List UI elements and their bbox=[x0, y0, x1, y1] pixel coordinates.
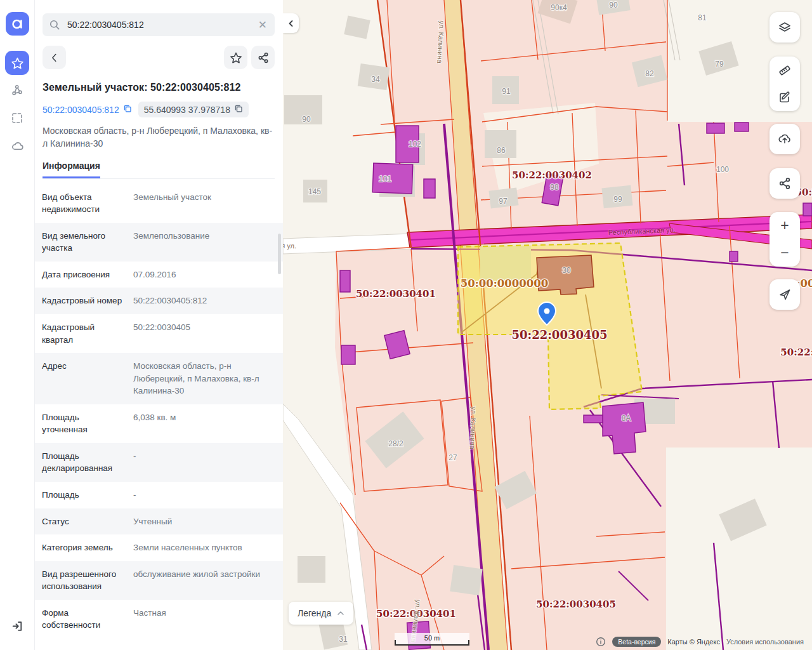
info-row-label: Площадь bbox=[42, 489, 124, 501]
map-label: Республиканская ул. bbox=[283, 241, 296, 250]
info-panel: ✕ Земельный участок: 50:22:00304 bbox=[34, 0, 283, 650]
info-row-label: Категория земель bbox=[42, 541, 124, 554]
copy-icon[interactable] bbox=[234, 104, 243, 115]
legend-button[interactable]: Легенда bbox=[289, 602, 353, 625]
info-icon[interactable] bbox=[596, 637, 606, 647]
info-row-value: - bbox=[133, 489, 275, 501]
map-label: 8А bbox=[622, 414, 631, 423]
share-button[interactable] bbox=[251, 46, 275, 69]
maps-copyright[interactable]: Карты © Яндекс bbox=[667, 638, 720, 646]
map-label: 50:22:0030405 bbox=[511, 328, 607, 342]
coordinates-text: 55.640993 37.978718 bbox=[144, 105, 230, 115]
map-label: 90 bbox=[609, 1, 618, 10]
coordinates-chip[interactable]: 55.640993 37.978718 bbox=[138, 102, 249, 117]
map-label: 90к4 bbox=[551, 3, 567, 12]
info-row-value: Землепользование bbox=[133, 230, 275, 255]
object-address: Московская область, р-н Люберецкий, п Ма… bbox=[43, 124, 275, 150]
share-icon bbox=[257, 51, 270, 64]
search-input[interactable] bbox=[66, 19, 252, 30]
search-icon bbox=[49, 19, 61, 31]
share-map-button[interactable] bbox=[769, 168, 800, 199]
info-table: Вид объекта недвижимостиЗемельный участо… bbox=[34, 184, 283, 639]
favorite-button[interactable] bbox=[224, 46, 247, 69]
sign-out-button[interactable] bbox=[5, 614, 29, 638]
map-label: 97 bbox=[499, 197, 508, 206]
ruler-icon bbox=[777, 63, 792, 78]
info-row-value: 6,038 кв. м bbox=[133, 411, 275, 436]
info-row-value: - bbox=[133, 450, 275, 475]
map-attribution: Beta-версия Карты © Яндекс Условия испол… bbox=[596, 637, 804, 647]
rail-objects-button[interactable] bbox=[5, 78, 29, 102]
scale-label: 50 m bbox=[424, 634, 440, 642]
zoom-controls: + − bbox=[769, 212, 800, 267]
info-row-label: Вид объекта недвижимости bbox=[42, 191, 124, 216]
panel-scrollbar[interactable] bbox=[278, 234, 281, 274]
clear-search-button[interactable]: ✕ bbox=[257, 18, 268, 32]
rail-select-area-button[interactable] bbox=[5, 106, 29, 130]
info-row-label: Кадастровый квартал bbox=[42, 321, 124, 346]
map-label: 86 bbox=[497, 146, 506, 155]
back-button[interactable] bbox=[43, 46, 66, 69]
map-label: 145 bbox=[308, 187, 321, 196]
scale-bar: 50 m bbox=[395, 633, 469, 646]
info-row-value: 50:22:0030405:812 bbox=[133, 295, 275, 307]
app-logo[interactable] bbox=[6, 12, 29, 36]
share-icon bbox=[778, 176, 792, 190]
locate-arrow-icon bbox=[777, 287, 792, 302]
zoom-out-button[interactable]: − bbox=[769, 239, 800, 267]
info-row: Категория земельЗемли населенных пунктов bbox=[34, 534, 283, 561]
draw-button[interactable] bbox=[769, 84, 800, 111]
cadastral-map-app: ✕ Земельный участок: 50:22:00304 bbox=[0, 0, 812, 650]
info-row: Кадастровый номер50:22:0030405:812 bbox=[34, 288, 283, 314]
info-row-value: обслуживание жилой застройки bbox=[133, 568, 275, 593]
info-row-label: Кадастровый номер bbox=[42, 295, 124, 307]
upload-button[interactable] bbox=[769, 124, 800, 154]
favorite-star-icon bbox=[230, 51, 242, 64]
info-row-value: Частная bbox=[133, 607, 275, 632]
page-title: Земельный участок: 50:22:0030405:812 bbox=[43, 82, 275, 93]
map[interactable]: 50:22:003040250:00:000000050:22:00304055… bbox=[283, 0, 812, 650]
panel-actions bbox=[43, 46, 275, 69]
info-row: СтатусУчтенный bbox=[34, 508, 283, 535]
cadastral-number-chip[interactable]: 50:22:0030405:812 bbox=[43, 104, 132, 115]
info-row-label: Вид разрешенного использования bbox=[42, 568, 124, 593]
rail-cloud-button[interactable] bbox=[5, 134, 29, 158]
map-label: 50:00:0000000 bbox=[461, 277, 548, 289]
terms-link[interactable]: Условия использования bbox=[726, 638, 804, 646]
info-row: Площадь- bbox=[34, 482, 283, 508]
layers-button[interactable] bbox=[769, 12, 800, 43]
ruler-button[interactable] bbox=[769, 56, 800, 84]
info-row-value: 50:22:0030405 bbox=[133, 321, 275, 346]
map-label: 50:22:0 bbox=[780, 347, 812, 358]
info-row-value: 07.09.2016 bbox=[133, 269, 275, 281]
info-row-label: Форма собственности bbox=[42, 607, 124, 632]
map-label: 50:22:0030405 bbox=[536, 599, 616, 610]
map-label: 101 bbox=[379, 175, 391, 183]
cadastral-number-text: 50:22:0030405:812 bbox=[43, 105, 119, 115]
left-rail bbox=[0, 0, 35, 650]
legend-label: Легенда bbox=[298, 608, 331, 618]
tab-information[interactable]: Информация bbox=[43, 161, 100, 178]
map-label: 34 bbox=[371, 75, 380, 84]
cadastral-basemap: 50:22:003040250:00:000000050:22:00304055… bbox=[283, 0, 812, 650]
info-row: Вид земельного участкаЗемлепользование bbox=[34, 223, 283, 262]
map-label: 99 bbox=[613, 195, 622, 204]
chevron-up-icon bbox=[337, 611, 344, 616]
map-label: 90 bbox=[302, 115, 311, 124]
map-label: ул. Калинина bbox=[469, 406, 478, 450]
info-row: Форма собственностиЧастная bbox=[34, 600, 283, 639]
zoom-in-button[interactable]: + bbox=[769, 212, 800, 239]
collapse-panel-button[interactable] bbox=[283, 13, 299, 33]
info-row-label: Адрес bbox=[42, 360, 124, 397]
info-row-label: Площадь декларированная bbox=[42, 450, 124, 475]
info-row-label: Дата присвоения bbox=[42, 269, 124, 281]
map-label: 82 bbox=[645, 69, 654, 78]
map-label: 27 bbox=[449, 453, 457, 462]
edit-icon bbox=[777, 90, 792, 105]
layers-icon bbox=[777, 20, 792, 35]
rail-favorites-button[interactable] bbox=[5, 51, 29, 75]
map-label: 30 bbox=[562, 266, 571, 275]
copy-icon[interactable] bbox=[123, 104, 132, 115]
info-row-value: Земли населенных пунктов bbox=[133, 541, 275, 554]
locate-button[interactable] bbox=[769, 279, 800, 310]
